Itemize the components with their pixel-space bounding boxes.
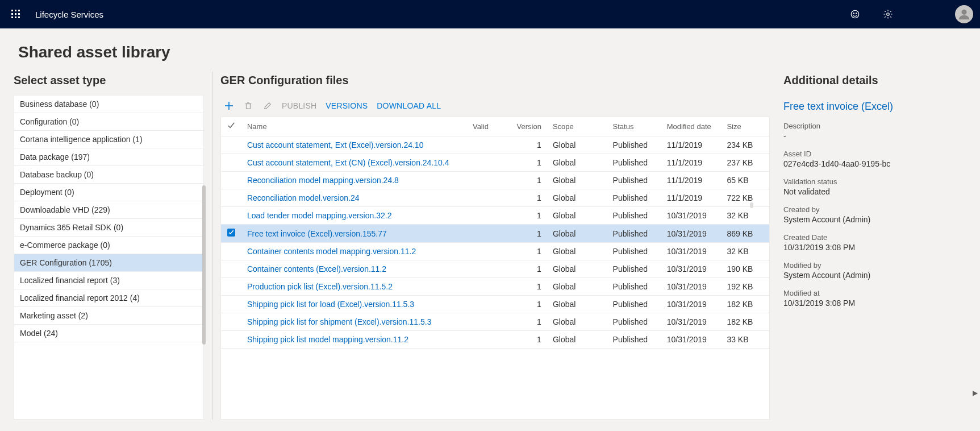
asset-type-item[interactable]: Localized financial report 2012 (4) — [14, 289, 203, 307]
svg-rect-3 — [11, 13, 13, 15]
table-row[interactable]: Cust account statement, Ext (CN) (Excel)… — [221, 154, 769, 172]
table-row[interactable]: Container contents model mapping.version… — [221, 243, 769, 260]
feedback-icon[interactable] — [844, 3, 866, 26]
cell-scope: Global — [547, 172, 607, 189]
cell-version: 1 — [509, 189, 547, 207]
avatar[interactable] — [955, 5, 973, 23]
asset-type-item[interactable]: Localized financial report (3) — [14, 272, 203, 289]
col-size[interactable]: Size — [721, 117, 769, 136]
file-name-link[interactable]: Reconciliation model.version.24 — [247, 193, 360, 202]
download-all-button[interactable]: DOWNLOAD ALL — [377, 101, 441, 110]
asset-type-item[interactable]: Dynamics 365 Retail SDK (0) — [14, 219, 203, 237]
row-checkbox[interactable] — [221, 331, 241, 349]
file-name-link[interactable]: Cust account statement, Ext (CN) (Excel)… — [247, 158, 449, 167]
detail-label: Modified at — [783, 289, 966, 297]
asset-type-panel: Select asset type Business database (0)C… — [14, 72, 204, 420]
settings-icon[interactable] — [877, 3, 899, 26]
row-checkbox[interactable] — [221, 260, 241, 278]
select-all-checkbox[interactable] — [221, 117, 241, 136]
asset-type-item[interactable]: Database backup (0) — [14, 166, 203, 184]
table-row[interactable]: Cust account statement, Ext (Excel).vers… — [221, 136, 769, 154]
col-version[interactable]: Version — [509, 117, 547, 136]
resize-handle[interactable] — [750, 202, 753, 208]
asset-type-item[interactable]: Data package (197) — [14, 148, 203, 166]
versions-button[interactable]: VERSIONS — [326, 101, 368, 110]
file-name-link[interactable]: Container contents (Excel).version.11.2 — [247, 264, 386, 273]
detail-value: - — [783, 131, 966, 140]
cell-size: 722 KB — [721, 189, 769, 207]
detail-field: Modified at10/31/2019 3:08 PM — [783, 289, 966, 308]
row-checkbox[interactable] — [221, 278, 241, 296]
cell-size: 65 KB — [721, 172, 769, 189]
col-modified[interactable]: Modified date — [661, 117, 722, 136]
col-name[interactable]: Name — [241, 117, 467, 136]
app-launcher-icon[interactable] — [7, 5, 25, 23]
svg-rect-6 — [11, 16, 13, 18]
table-row[interactable]: Shipping pick list model mapping.version… — [221, 331, 769, 349]
cell-version: 1 — [509, 154, 547, 172]
files-table-wrap[interactable]: Name Valid Version Scope Status Modified… — [220, 117, 770, 420]
row-checkbox[interactable] — [221, 136, 241, 154]
row-checkbox[interactable] — [221, 243, 241, 260]
cell-valid — [467, 207, 509, 225]
asset-type-item[interactable]: Cortana intelligence application (1) — [14, 131, 203, 148]
table-row[interactable]: Load tender model mapping.version.32.21G… — [221, 207, 769, 225]
table-row[interactable]: Production pick list (Excel).version.11.… — [221, 278, 769, 296]
table-row[interactable]: Shipping pick list for shipment (Excel).… — [221, 313, 769, 331]
cell-scope: Global — [547, 225, 607, 243]
col-scope[interactable]: Scope — [547, 117, 607, 136]
asset-type-item[interactable]: Marketing asset (2) — [14, 307, 203, 325]
edit-icon — [262, 101, 273, 111]
col-valid[interactable]: Valid — [467, 117, 509, 136]
asset-type-item[interactable]: Business database (0) — [14, 96, 203, 113]
add-icon[interactable] — [224, 101, 234, 111]
file-name-link[interactable]: Shipping pick list for load (Excel).vers… — [247, 300, 414, 309]
asset-type-item[interactable]: Model (24) — [14, 325, 203, 342]
cell-version: 1 — [509, 172, 547, 189]
file-name-link[interactable]: Load tender model mapping.version.32.2 — [247, 211, 392, 220]
page-hscroll[interactable] — [0, 420, 980, 431]
table-row[interactable]: Container contents (Excel).version.11.21… — [221, 260, 769, 278]
file-name-link[interactable]: Shipping pick list model mapping.version… — [247, 335, 408, 344]
asset-type-item[interactable]: GER Configuration (1705) — [14, 254, 203, 272]
details-asset-link[interactable]: Free text invoice (Excel) — [783, 95, 966, 122]
row-checkbox[interactable] — [221, 172, 241, 189]
row-checkbox[interactable] — [221, 296, 241, 313]
col-status[interactable]: Status — [607, 117, 661, 136]
detail-label: Description — [783, 122, 966, 130]
sidebar-scrollbar[interactable] — [202, 185, 206, 345]
table-row[interactable]: Free text invoice (Excel).version.155.77… — [221, 225, 769, 243]
detail-value: Not validated — [783, 187, 966, 196]
table-row[interactable]: Reconciliation model mapping.version.24.… — [221, 172, 769, 189]
brand-label[interactable]: Lifecycle Services — [35, 10, 103, 19]
asset-type-list[interactable]: Business database (0)Configuration (0)Co… — [14, 95, 204, 420]
svg-rect-8 — [18, 16, 20, 18]
details-heading: Additional details — [783, 72, 966, 95]
table-row[interactable]: Shipping pick list for load (Excel).vers… — [221, 296, 769, 313]
file-name-link[interactable]: Production pick list (Excel).version.11.… — [247, 282, 393, 291]
asset-type-item[interactable]: Configuration (0) — [14, 113, 203, 131]
cell-status: Published — [607, 225, 661, 243]
cell-version: 1 — [509, 207, 547, 225]
detail-value: 10/31/2019 3:08 PM — [783, 299, 966, 308]
file-name-link[interactable]: Cust account statement, Ext (Excel).vers… — [247, 140, 423, 150]
file-name-link[interactable]: Container contents model mapping.version… — [247, 247, 416, 256]
details-scroll-right-icon[interactable]: ▶ — [973, 389, 978, 397]
file-name-link[interactable]: Shipping pick list for shipment (Excel).… — [247, 317, 431, 326]
cell-modified: 10/31/2019 — [661, 278, 722, 296]
row-checkbox[interactable] — [221, 313, 241, 331]
asset-type-item[interactable]: Deployment (0) — [14, 184, 203, 201]
file-name-link[interactable]: Free text invoice (Excel).version.155.77 — [247, 229, 387, 238]
file-name-link[interactable]: Reconciliation model mapping.version.24.… — [247, 176, 399, 185]
svg-rect-2 — [18, 10, 20, 11]
cell-valid — [467, 225, 509, 243]
row-checkbox[interactable] — [221, 225, 241, 243]
asset-type-item[interactable]: e-Commerce package (0) — [14, 237, 203, 254]
row-checkbox[interactable] — [221, 154, 241, 172]
row-checkbox[interactable] — [221, 189, 241, 207]
table-row[interactable]: Reconciliation model.version.241GlobalPu… — [221, 189, 769, 207]
cell-status: Published — [607, 278, 661, 296]
row-checkbox[interactable] — [221, 207, 241, 225]
cell-size: 32 KB — [721, 243, 769, 260]
asset-type-item[interactable]: Downloadable VHD (229) — [14, 201, 203, 219]
